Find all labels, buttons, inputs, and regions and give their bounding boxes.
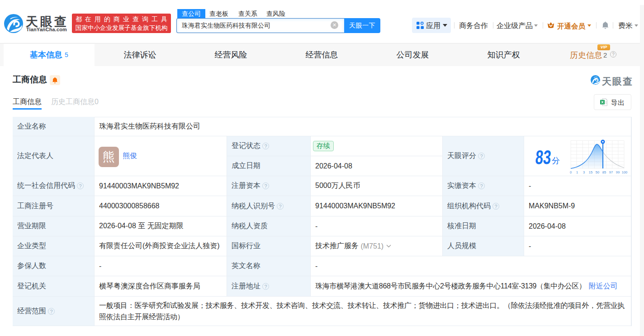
svg-text:15: 15 <box>589 170 592 174</box>
svg-text:3: 3 <box>583 170 585 174</box>
svg-text:99: 99 <box>616 170 620 174</box>
svg-text:50: 50 <box>596 170 599 174</box>
svg-text:100: 100 <box>622 170 628 174</box>
svg-text:0: 0 <box>570 170 572 174</box>
svg-text:1: 1 <box>576 170 578 174</box>
svg-text:97: 97 <box>609 170 613 174</box>
svg-text:85: 85 <box>602 170 606 174</box>
